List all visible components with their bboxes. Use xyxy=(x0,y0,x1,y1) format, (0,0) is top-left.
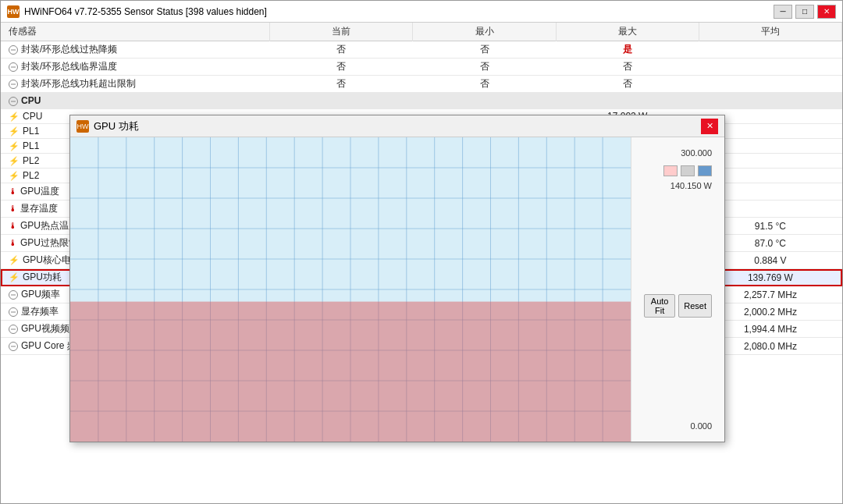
chart-spacer-2 xyxy=(644,322,712,417)
title-bar: HW HWiNFO64 v7.72-5355 Sensor Status [39… xyxy=(1,1,842,23)
modal-title: GPU 功耗 xyxy=(94,119,139,133)
gpu-power-modal: HW GPU 功耗 ✕ xyxy=(69,115,725,442)
swatch-2[interactable] xyxy=(681,165,695,176)
modal-app-icon: HW xyxy=(76,120,89,133)
chart-spacer xyxy=(644,195,712,289)
title-bar-left: HW HWiNFO64 v7.72-5355 Sensor Status [39… xyxy=(7,5,267,18)
color-swatches xyxy=(644,165,712,176)
svg-rect-29 xyxy=(70,302,631,442)
reset-button[interactable]: Reset xyxy=(678,294,712,318)
table-container: 传感器 当前 最小 最大 平均 封装/环形总线过热降频否否是封装/环形总线临界温… xyxy=(1,23,842,503)
chart-svg xyxy=(70,137,631,442)
close-button[interactable]: ✕ xyxy=(817,5,836,19)
chart-y-max: 300.000 xyxy=(644,148,712,158)
modal-overlay: HW GPU 功耗 ✕ xyxy=(1,23,842,503)
title-bar-controls: ─ □ ✕ xyxy=(774,5,836,19)
chart-area xyxy=(70,137,631,442)
window-title: HWiNFO64 v7.72-5355 Sensor Status [398 v… xyxy=(24,6,267,17)
chart-buttons: Auto Fit Reset xyxy=(644,294,712,318)
modal-title-bar: HW GPU 功耗 ✕ xyxy=(70,115,724,137)
modal-close-button[interactable]: ✕ xyxy=(701,119,718,134)
chart-sidebar: 300.000 140.150 W Auto Fit xyxy=(631,137,724,442)
chart-current-value: 140.150 W xyxy=(644,181,712,190)
auto-fit-button[interactable]: Auto Fit xyxy=(644,294,675,318)
modal-title-left: HW GPU 功耗 xyxy=(76,119,139,133)
chart-y-min: 0.000 xyxy=(644,421,712,431)
swatch-1[interactable] xyxy=(663,165,678,176)
main-window: HW HWiNFO64 v7.72-5355 Sensor Status [39… xyxy=(0,0,843,504)
app-icon: HW xyxy=(7,5,20,18)
sidebar-content: 300.000 140.150 W Auto Fit xyxy=(638,144,718,435)
modal-body: 300.000 140.150 W Auto Fit xyxy=(70,137,724,442)
swatch-3[interactable] xyxy=(698,165,712,176)
maximize-button[interactable]: □ xyxy=(795,5,814,19)
minimize-button[interactable]: ─ xyxy=(774,5,792,19)
